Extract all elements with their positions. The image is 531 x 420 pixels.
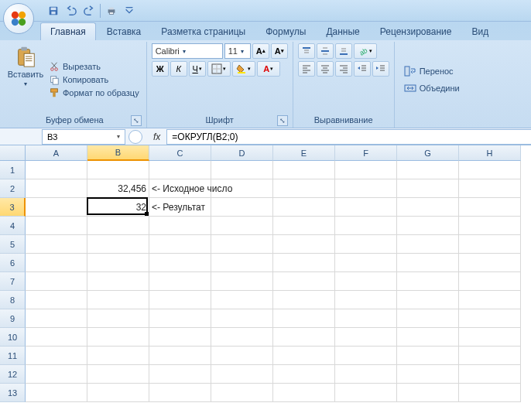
cell[interactable] (397, 217, 459, 235)
cell[interactable] (211, 384, 273, 402)
row-header[interactable]: 1 (0, 161, 26, 179)
cell[interactable] (26, 272, 87, 291)
cell[interactable] (149, 347, 211, 365)
cell[interactable] (397, 179, 459, 198)
cell[interactable] (87, 309, 149, 328)
cell[interactable] (459, 235, 521, 254)
cell[interactable] (211, 254, 273, 272)
cell[interactable] (211, 365, 273, 384)
align-bottom-button[interactable] (335, 43, 352, 59)
formula-input[interactable]: =ОКРУГЛ(B2;0) (166, 129, 531, 145)
redo-icon[interactable] (81, 2, 98, 19)
cell[interactable] (87, 217, 149, 235)
align-right-button[interactable] (335, 61, 352, 77)
align-left-button[interactable] (298, 61, 315, 77)
column-header[interactable]: A (26, 145, 87, 161)
tab-insert[interactable]: Вставка (98, 23, 151, 40)
cell[interactable] (149, 254, 211, 272)
tab-page-layout[interactable]: Разметка страницы (152, 23, 255, 40)
tab-formulas[interactable]: Формулы (256, 23, 315, 40)
cell[interactable]: 32,456 (87, 179, 149, 198)
cell[interactable] (26, 365, 87, 384)
cell[interactable] (459, 198, 521, 217)
font-name-combo[interactable]: Calibri▾ (152, 43, 223, 59)
cell[interactable] (273, 179, 335, 198)
cell[interactable] (273, 254, 335, 272)
row-header[interactable]: 10 (0, 328, 26, 347)
cell[interactable] (459, 291, 521, 309)
print-icon[interactable] (103, 2, 120, 19)
cell[interactable] (149, 161, 211, 179)
cell[interactable] (149, 272, 211, 291)
cell[interactable] (273, 365, 335, 384)
fill-color-button[interactable]: ▾ (232, 61, 255, 77)
wrap-text-button[interactable]: Перенос (399, 63, 464, 79)
cell[interactable] (459, 217, 521, 235)
cell[interactable] (397, 235, 459, 254)
cell[interactable] (273, 161, 335, 179)
row-header[interactable]: 13 (0, 384, 26, 402)
cell[interactable] (335, 217, 397, 235)
tab-data[interactable]: Данные (317, 23, 368, 40)
borders-button[interactable]: ▾ (207, 61, 231, 77)
cell[interactable] (87, 347, 149, 365)
tab-view[interactable]: Вид (462, 23, 498, 40)
name-box-expand-icon[interactable] (128, 130, 142, 144)
cell[interactable] (273, 272, 335, 291)
cell[interactable] (149, 235, 211, 254)
cell[interactable] (335, 254, 397, 272)
row-header[interactable]: 5 (0, 235, 26, 254)
cell[interactable] (459, 179, 521, 198)
undo-icon[interactable] (63, 2, 80, 19)
cell[interactable] (459, 328, 521, 347)
save-icon[interactable] (45, 2, 62, 19)
cell[interactable] (26, 235, 87, 254)
cell[interactable] (397, 272, 459, 291)
cell[interactable] (87, 365, 149, 384)
column-header[interactable]: F (335, 145, 397, 161)
cell[interactable] (335, 161, 397, 179)
row-header[interactable]: 7 (0, 272, 26, 291)
select-all-corner[interactable] (0, 145, 26, 161)
office-button[interactable] (3, 3, 34, 34)
cell[interactable] (211, 198, 273, 217)
cell[interactable] (26, 328, 87, 347)
format-painter-button[interactable]: Формат по образцу (46, 87, 142, 99)
cell[interactable] (397, 347, 459, 365)
cell[interactable] (26, 254, 87, 272)
cell[interactable] (211, 328, 273, 347)
cell[interactable] (149, 309, 211, 328)
cell[interactable] (397, 384, 459, 402)
cut-button[interactable]: Вырезать (46, 60, 142, 73)
italic-button[interactable]: К (170, 61, 187, 77)
shrink-font-button[interactable]: A▾ (271, 43, 288, 59)
cell[interactable] (335, 347, 397, 365)
cell[interactable] (87, 291, 149, 309)
row-header[interactable]: 9 (0, 309, 26, 328)
fx-icon[interactable]: fx (153, 131, 160, 142)
cell[interactable] (26, 309, 87, 328)
cell[interactable]: <- Результат (149, 198, 211, 217)
qat-customize-icon[interactable] (121, 2, 138, 19)
paste-button[interactable]: Вставить ▾ (8, 43, 43, 115)
cell[interactable] (335, 328, 397, 347)
underline-button[interactable]: Ч▾ (189, 61, 206, 77)
tab-home[interactable]: Главная (40, 22, 96, 40)
cell[interactable]: <- Исходное число (149, 179, 211, 198)
column-header[interactable]: G (397, 145, 459, 161)
row-header[interactable]: 6 (0, 254, 26, 272)
cell[interactable] (26, 161, 87, 179)
column-header[interactable]: C (149, 145, 211, 161)
cell[interactable] (335, 384, 397, 402)
cell[interactable] (87, 384, 149, 402)
row-header[interactable]: 2 (0, 179, 26, 198)
row-header[interactable]: 3 (0, 198, 26, 217)
cell[interactable] (397, 328, 459, 347)
decrease-indent-button[interactable] (354, 61, 371, 77)
cell[interactable] (459, 254, 521, 272)
tab-review[interactable]: Рецензирование (371, 23, 461, 40)
cell[interactable] (273, 235, 335, 254)
cell[interactable] (335, 272, 397, 291)
cell[interactable] (211, 272, 273, 291)
cell[interactable] (211, 217, 273, 235)
